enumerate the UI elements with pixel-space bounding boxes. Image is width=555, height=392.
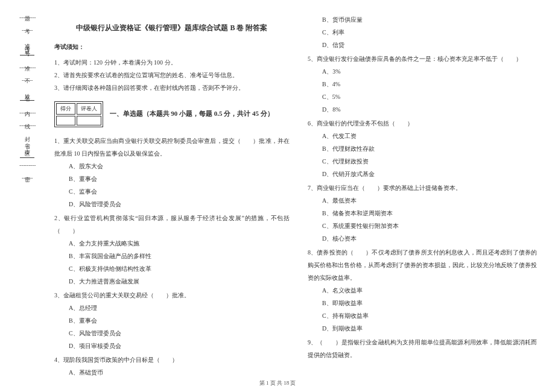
question-2: 2、银行业监管机构贯彻落实“回归本源，服从服务于经济社会发展”的措施，不包括（ … — [54, 212, 290, 288]
notice-1: 1、考试时间：120 分钟，本卷满分为 100 分。 — [54, 56, 290, 69]
q4-opt-a: A、基础货币 — [54, 366, 290, 379]
q6-opt-c: C、代理财政投资 — [308, 155, 537, 168]
q5-opt-b: B、4% — [308, 78, 537, 90]
q4-opt-c: C、利率 — [308, 26, 537, 39]
q1-opt-c: C、监事会 — [54, 185, 290, 198]
q3-opt-b: B、董事会 — [54, 314, 290, 327]
q4-opt-d: D、信贷 — [308, 39, 537, 51]
sidebar-dots-3: ┆┆┆ — [19, 66, 36, 69]
q1-stem: 1、重大关联交易应当由商业银行关联交易控制委员会审查后，提交（ ）批准，并在批准… — [54, 134, 290, 160]
grader-blank — [77, 116, 101, 125]
q5-stem: 5、商业银行发行金融债券应具备的条件之一是：核心资本充足率不低于（ ） — [308, 52, 537, 65]
score-cell: 得分 — [56, 103, 75, 115]
score-blank — [56, 116, 75, 125]
q7-opt-c: C、系统重要性银行附加资本 — [308, 220, 537, 232]
q4-opt-b: B、货币供应量 — [308, 13, 537, 26]
question-3: 3、金融租赁公司的重大关联交易经（ ）批准。 A、总经理 B、董事会 C、风险管… — [54, 289, 290, 352]
q7-opt-a: A、最低资本 — [308, 194, 537, 207]
q6-opt-d: D、代销开放式基金 — [308, 168, 537, 180]
q2-opt-c: C、积极支持供给侧结构性改革 — [54, 262, 290, 275]
sidebar-underline-3 — [20, 157, 34, 158]
q6-stem: 6、商业银行的代理业务不包括（ ） — [308, 117, 537, 130]
q5-opt-c: C、5% — [308, 90, 537, 103]
q2-opt-d: D、大力推进普惠金融发展 — [54, 275, 290, 288]
question-1: 1、重大关联交易应当由商业银行关联交易控制委员会审查后，提交（ ）批准，并在批准… — [54, 134, 290, 210]
sidebar-dots: ┆┆┆ — [19, 16, 36, 19]
q1-opt-b: B、董事会 — [54, 172, 290, 185]
q2-opt-b: B、丰富我国金融产品的多样性 — [54, 250, 290, 262]
sidebar-dots-5: ┆┆┆ — [19, 112, 36, 115]
sidebar-dots-7: ┆┆┆ — [19, 164, 36, 167]
q6-opt-b: B、代理财政性存款 — [308, 142, 537, 155]
question-6: 6、商业银行的代理业务不包括（ ） A、代发工资 B、代理财政性存款 C、代理财… — [308, 117, 537, 180]
q1-opt-d: D、风险管理委员会 — [54, 198, 290, 210]
notice-3: 3、请仔细阅读各种题目的回答要求，在密封线内答题，否则不予评分。 — [54, 81, 290, 94]
sidebar-underline-1 — [20, 55, 34, 55]
q6-opt-a: A、代发工资 — [308, 130, 537, 142]
binding-sidebar: 题 ┆┆┆ 考 ┆┆ 准考证号 准 ┆┆┆ 不 ┆┆ 姓名 内 ┆┆┆ 线 ┆┆… — [12, 9, 42, 359]
question-4-cont: B、货币供应量 C、利率 D、信贷 — [308, 13, 537, 51]
q8-opt-b: B、即期收益率 — [308, 297, 537, 309]
sidebar-dots-8: ┆┆ — [22, 177, 33, 180]
page-footer: 第 1 页 共 18 页 — [0, 379, 555, 387]
question-5: 5、商业银行发行金融债券应具备的条件之一是：核心资本充足率不低于（ ） A、3%… — [308, 52, 537, 116]
sidebar-name: 姓名 — [24, 89, 31, 94]
q5-opt-a: A、3% — [308, 65, 537, 78]
question-4: 4、现阶段我国货币政策的中介目标是（ ） A、基础货币 — [54, 353, 290, 379]
sidebar-admit-no: 准考证号 — [24, 39, 31, 49]
sidebar-dots-6: ┆┆┆ — [19, 124, 36, 127]
q7-opt-d: D、核心资本 — [308, 232, 537, 245]
right-column: B、货币供应量 C、利率 D、信贷 5、商业银行发行金融债券应具备的条件之一是：… — [296, 12, 543, 374]
notice-2: 2、请首先按要求在试卷的指定位置填写您的姓名、准考证号等信息。 — [54, 69, 290, 81]
score-box: 得分 评卷人 — [54, 101, 103, 127]
q5-opt-d: D、8% — [308, 103, 537, 116]
q3-opt-c: C、风险管理委员会 — [54, 327, 290, 340]
q7-opt-b: B、储备资本和逆周期资本 — [308, 207, 537, 220]
q3-opt-a: A、总经理 — [54, 302, 290, 314]
grader-cell: 评卷人 — [77, 103, 101, 115]
q8-stem: 8、债券投资的（ ）不仅考虑到了债券所支付的利息收入，而且还考虑到了债券的购买价… — [308, 246, 537, 284]
left-column: 中级银行从业资格证《银行管理》题库综合试题 B 卷 附答案 考试须知： 1、考试… — [48, 12, 296, 374]
q8-opt-d: D、到期收益率 — [308, 322, 537, 335]
q9-stem: 9、（ ）是指银行业金融机构为支持用能单位提高能源利用效率，降低能源消耗而提供的… — [308, 336, 537, 361]
question-8: 8、债券投资的（ ）不仅考虑到了债券所支付的利息收入，而且还考虑到了债券的购买价… — [308, 246, 537, 335]
notice-label: 考试须知： — [54, 43, 290, 51]
q7-stem: 7、商业银行应当在（ ）要求的基础上计提储备资本。 — [308, 182, 537, 194]
q1-opt-a: A、股东大会 — [54, 160, 290, 172]
q8-opt-c: C、持有期收益率 — [308, 309, 537, 322]
sidebar-province: 省（市区） — [24, 139, 31, 151]
q2-stem: 2、银行业监管机构贯彻落实“回归本源，服从服务于经济社会发展”的措施，不包括（ … — [54, 212, 290, 237]
sidebar-dots-2: ┆┆ — [22, 29, 33, 32]
q4-stem: 4、现阶段我国货币政策的中介目标是（ ） — [54, 353, 290, 366]
question-9: 9、（ ）是指银行业金融机构为支持用能单位提高能源利用效率，降低能源消耗而提供的… — [308, 336, 537, 361]
sidebar-dots-4: ┆┆ — [22, 79, 33, 82]
q3-opt-d: D、项目审核委员会 — [54, 340, 290, 352]
page-content: 中级银行从业资格证《银行管理》题库综合试题 B 卷 附答案 考试须知： 1、考试… — [48, 12, 543, 374]
sidebar-underline-2 — [20, 100, 34, 101]
q3-stem: 3、金融租赁公司的重大关联交易经（ ）批准。 — [54, 289, 290, 302]
question-7: 7、商业银行应当在（ ）要求的基础上计提储备资本。 A、最低资本 B、储备资本和… — [308, 182, 537, 245]
q8-opt-a: A、名义收益率 — [308, 284, 537, 297]
score-row: 得分 评卷人 一、单选题（本题共 90 小题，每题 0.5 分，共计 45 分） — [54, 98, 290, 131]
section1-title: 一、单选题（本题共 90 小题，每题 0.5 分，共计 45 分） — [110, 110, 274, 117]
q2-opt-a: A、全力支持重大战略实施 — [54, 237, 290, 250]
doc-title: 中级银行从业资格证《银行管理》题库综合试题 B 卷 附答案 — [54, 23, 290, 33]
